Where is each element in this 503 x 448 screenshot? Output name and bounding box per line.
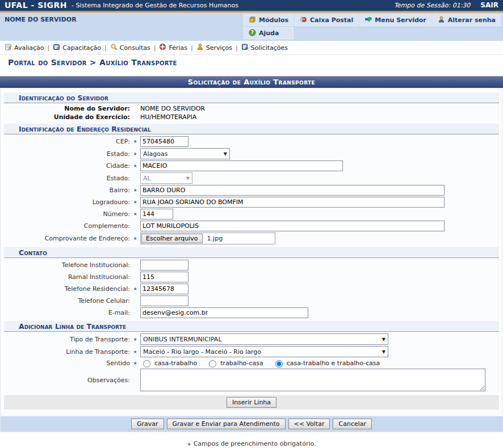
svg-text:?: ? [251,30,254,35]
radio-casa-trabalho[interactable]: casa-trabalho [140,358,197,367]
evaluation-icon [5,43,12,52]
logradouro-label: Logradouro: [1,198,130,206]
menu-item-servicos[interactable]: Serviços [196,43,232,52]
required-star: ★ [187,442,191,447]
sentido-label: Sentido [1,360,130,367]
email-input[interactable] [140,307,308,318]
app-brand: UFAL - SIGRH [5,1,67,10]
comprovante-label: Comprovante de Endereço: [1,235,130,242]
uf-label: Estado: [1,175,130,182]
inserir-linha-row: Inserir Linha [4,395,499,409]
comprovante-file-input[interactable]: Escolher arquivo 1.jpg [140,233,275,244]
chevron-down-icon: ▼ [224,151,227,157]
estado-select[interactable]: Alagoas ▼ [140,148,230,159]
help-icon: ? [249,29,256,38]
tel-residencial-label: Telefone Residencial: [1,285,130,293]
section-endereco-residencial: Identificação de Endereço Residencial [4,124,499,134]
unidade-exercicio-value: HU/HEMOTERAPIA [140,113,196,121]
menu-item-consultas[interactable]: Consultas [110,43,150,52]
logradouro-input[interactable] [140,197,445,208]
required-star: ★ [130,337,140,342]
breadcrumb: Portal do Servidor > Auxílio Transporte [0,55,503,69]
nome-servidor-label: Nome do Servidor: [1,105,130,112]
unidade-exercicio-label: Unidade do Exercício: [1,113,130,121]
email-label: E-mail: [1,309,130,316]
observacoes-textarea[interactable] [140,369,485,391]
cep-label: CEP: [1,138,130,145]
tel-celular-input[interactable] [140,295,188,306]
required-fields-note: ★Campos de preenchimento obrigatório. [0,440,503,447]
estado-label: Estado: [1,150,130,158]
modules-icon [249,16,256,25]
required-star: ★ [130,151,140,157]
cancelar-button[interactable]: Cancelar [333,419,372,429]
menu-servidor-icon [364,16,372,25]
modules-button[interactable]: Módulos [244,14,294,26]
tel-institucional-input[interactable] [140,260,188,271]
auxilio-transporte-form: Identificação do Servidor Nome do Servid… [0,88,503,432]
help-button[interactable]: ? Ajuda [244,27,294,39]
section-linha-transporte: Adicionar Linha de Transporte [4,321,499,332]
menu-item-avaliacao[interactable]: Avaliação [5,43,44,52]
app-subtitle: - Sistema Integrado de Gestão de Recurso… [72,2,238,9]
tel-residencial-input[interactable] [140,284,188,294]
required-star: ★ [130,200,140,205]
tel-institucional-label: Telefone Institucional: [1,261,130,269]
tipo-transporte-select[interactable]: ONIBUS INTERMUNICIPAL ▼ [140,333,388,345]
linha-transporte-select[interactable]: Maceió - Rio largo - Maceió - Rio largo … [140,346,388,357]
gravar-enviar-button[interactable]: Gravar e Enviar para Atendimento [167,419,286,429]
section-identificacao-servidor: Identificação do Servidor [4,92,499,103]
menu-separator: | [154,44,156,52]
section-contato: Contato [4,247,499,258]
linha-transporte-label: Linha de Transporte: [1,348,130,356]
top-bar: UFAL - SIGRH - Sistema Integrado de Gest… [0,0,503,12]
observacoes-label: Observações: [1,377,130,384]
mailbox-icon [300,16,307,25]
uf-select[interactable]: AL ▼ [140,172,192,184]
required-star: ★ [130,361,140,366]
main-menu: Avaliação | Capacitação | Consultas | Fé… [0,41,503,55]
menu-servidor-button[interactable]: Menu Servidor [359,14,431,26]
menu-item-solicitacoes[interactable]: Solicitações [241,43,288,52]
required-star: ★ [130,286,140,291]
cep-input[interactable] [140,136,188,147]
lifebuoy-icon [159,43,166,52]
session-timer: Tempo de Sessão: 01:30 [394,2,470,9]
required-star: ★ [130,139,140,144]
ramal-input[interactable] [140,272,188,282]
training-icon [53,43,60,52]
radio-casa-trabalho-e-trabalho-casa[interactable]: casa-trabalho e trabalho-casa [273,358,380,367]
chevron-down-icon: ▼ [382,349,385,354]
voltar-button[interactable]: << Voltar [288,419,330,429]
change-password-button[interactable]: Alterar senha [433,14,501,26]
menu-item-capacitacao[interactable]: Capacitação [53,43,101,52]
menu-separator: | [236,44,238,52]
menu-item-ferias[interactable]: Férias [159,43,187,52]
bairro-label: Bairro: [1,187,130,194]
requests-icon [241,43,249,52]
required-star: ★ [130,212,140,217]
numero-label: Número: [1,210,130,218]
complemento-input[interactable] [140,221,445,231]
complemento-label: Complemento: [1,222,130,230]
nome-servidor-value: NOME DO SERVIDOR [140,105,205,112]
cidade-label: Cidade: [1,162,130,170]
page-title: Solicitação de Auxílio Transporte [0,76,503,88]
inserir-linha-button[interactable]: Inserir Linha [227,397,276,408]
user-band: NOME DO SERVIDOR Módulos Caixa Postal Me… [0,12,503,41]
mailbox-button[interactable]: Caixa Postal [295,14,358,26]
menu-separator: | [191,44,193,52]
person-icon [196,43,204,52]
choose-file-button[interactable]: Escolher arquivo [141,234,203,243]
gravar-button[interactable]: Gravar [131,419,164,429]
required-star: ★ [130,188,140,193]
bairro-input[interactable] [140,185,445,196]
form-actions: Gravar Gravar e Enviar para Atendimento … [1,416,502,432]
search-icon [110,43,118,52]
numero-input[interactable] [140,209,173,219]
radio-trabalho-casa[interactable]: trabalho-casa [206,358,263,367]
logout-link[interactable]: SAIR [480,1,498,9]
chevron-down-icon: ▼ [382,337,385,342]
tel-celular-label: Telefone Celular: [1,297,130,305]
cidade-input[interactable] [140,160,343,171]
